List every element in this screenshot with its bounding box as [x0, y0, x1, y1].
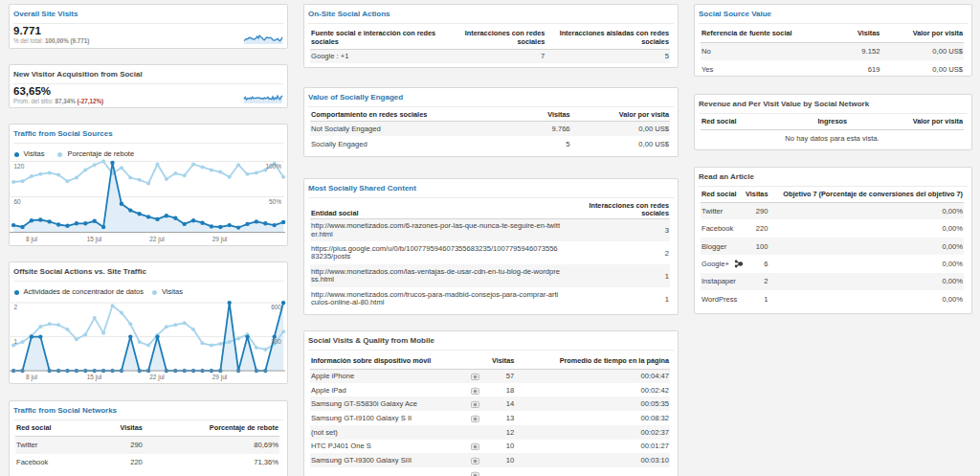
svg-text:120: 120: [14, 163, 25, 170]
svg-text:22 jul: 22 jul: [149, 374, 165, 381]
svg-text:2: 2: [14, 304, 18, 310]
svg-text:1: 1: [14, 338, 18, 345]
svg-text:50%: 50%: [269, 198, 281, 205]
svg-text:60: 60: [14, 198, 22, 205]
svg-text:300: 300: [271, 338, 281, 345]
svg-text:600: 600: [271, 304, 281, 310]
svg-text:22 jul: 22 jul: [149, 236, 165, 243]
svg-text:8 jul: 8 jul: [26, 236, 37, 243]
svg-text:29 jul: 29 jul: [212, 236, 228, 243]
svg-text:15 jul: 15 jul: [87, 374, 102, 381]
svg-text:8 jul: 8 jul: [26, 374, 37, 381]
svg-text:15 jul: 15 jul: [87, 236, 102, 243]
svg-text:29 jul: 29 jul: [212, 374, 228, 381]
svg-text:100%: 100%: [265, 163, 281, 170]
